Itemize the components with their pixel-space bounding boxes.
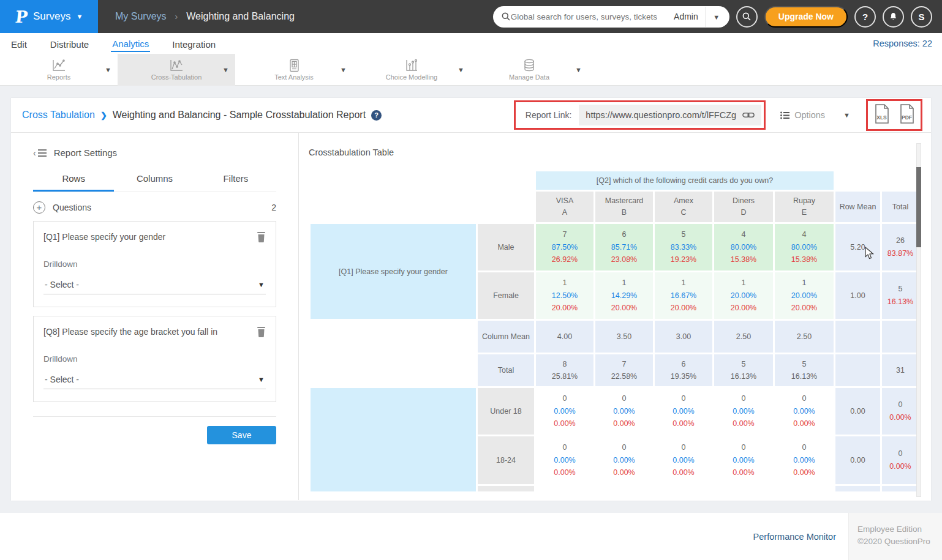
report-link-url[interactable]: https://www.questionpro.com/t/lFFCZg [579, 105, 761, 125]
total-header: Total [882, 192, 919, 222]
chevron-down-icon: ▼ [713, 13, 720, 21]
row-label: Under 18 [478, 388, 534, 435]
table-cell: 480.00%15.38% [714, 224, 773, 271]
report-actions: Report Link: https://www.questionpro.com… [514, 99, 922, 131]
chevron-down-icon[interactable]: ▼ [458, 66, 464, 73]
crosstab-area: Crosstabulation Table [Q2] which of the … [299, 133, 931, 500]
search-icon [742, 12, 752, 21]
menu-analytics[interactable]: Analytics [111, 35, 150, 52]
chevron-down-icon[interactable]: ▼ [105, 66, 111, 73]
report-link-label: Report Link: [518, 110, 579, 120]
report-settings-title: Report Settings [54, 147, 117, 158]
tool-text-analysis[interactable]: Text Analysis ▼ [235, 54, 353, 86]
summary-row-label: Column Mean [478, 321, 534, 353]
drilldown-label: Drilldown [43, 354, 266, 364]
svg-text:XLS: XLS [876, 114, 887, 121]
column-header: RupayE [775, 192, 834, 222]
questionpro-logo-icon: P [14, 7, 29, 26]
column-header: DinersD [714, 192, 773, 222]
menu-distribute[interactable]: Distribute [49, 35, 90, 51]
spacer-cell [835, 171, 919, 190]
table-cell: 00.00%0.00% [655, 388, 712, 435]
search-scope-dropdown[interactable]: ▼ [706, 11, 727, 22]
user-avatar[interactable]: S [911, 6, 932, 28]
global-search: Admin ▼ [493, 6, 729, 28]
tab-rows[interactable]: Rows [33, 173, 114, 192]
line-chart-icon [51, 59, 66, 72]
search-scope-label: Admin [666, 12, 706, 21]
row-mean-cell [835, 321, 880, 353]
spacer-cell [311, 321, 476, 353]
table-cell: 00.00%0.00% [775, 436, 834, 484]
search-submit-button[interactable] [736, 6, 758, 28]
report-breadcrumb: Cross Tabulation ❯ Weighting and Balanci… [22, 110, 382, 121]
tab-filters[interactable]: Filters [195, 173, 276, 192]
table-cell [714, 486, 773, 491]
tool-reports[interactable]: Reports ▼ [0, 54, 118, 86]
export-xls-button[interactable]: XLS [873, 104, 890, 126]
table-cell: 685.71%23.08% [595, 224, 653, 271]
options-dropdown[interactable]: Options ▼ [780, 110, 850, 120]
add-question-button[interactable]: + [33, 201, 45, 214]
summary-cell: 3.50 [595, 321, 653, 353]
export-pdf-button[interactable]: PDF [899, 104, 915, 126]
row-group-label: [Q1] Please specify your gender [311, 224, 476, 319]
report-card: Cross Tabulation ❯ Weighting and Balanci… [11, 98, 931, 501]
table-cell: 116.67%20.00% [655, 272, 712, 319]
breadcrumb-my-surveys[interactable]: My Surveys [115, 11, 167, 22]
delete-question-button[interactable] [257, 327, 266, 340]
crosstab-table-title: Crosstabulation Table [309, 147, 931, 157]
drilldown-select[interactable]: - Select - ▼ [43, 372, 266, 389]
chevron-right-icon: › [175, 12, 178, 21]
performance-monitor-link[interactable]: Performance Monitor [753, 532, 836, 542]
notifications-button[interactable] [883, 6, 904, 28]
database-icon [522, 59, 537, 72]
tool-manage-data[interactable]: Manage Data ▼ [470, 54, 588, 86]
table-cell: 480.00%15.38% [775, 224, 834, 271]
menu-integration[interactable]: Integration [171, 35, 217, 51]
product-name: Surveys [33, 10, 70, 23]
row-label: 18-24 [478, 436, 534, 484]
breadcrumb-survey-name: Weighting and Balancing [186, 11, 295, 22]
upgrade-now-button[interactable]: Upgrade Now [764, 6, 848, 28]
tool-cross-tabulation[interactable]: Cross-Tabulation ▼ [118, 54, 235, 86]
table-cell: 787.50%26.92% [536, 224, 593, 271]
delete-question-button[interactable] [257, 232, 266, 245]
responses-count[interactable]: Responses: 22 [873, 39, 932, 48]
app-switcher[interactable]: P Surveys ▼ [0, 0, 98, 33]
chevron-down-icon[interactable]: ▼ [222, 66, 229, 73]
save-button[interactable]: Save [207, 426, 276, 444]
spacer-cell [311, 354, 476, 386]
summary-cell: 516.13% [775, 354, 834, 386]
question-card-q8: [Q8] Please specify the age bracket you … [33, 316, 276, 402]
total-cell [882, 486, 919, 491]
help-button[interactable]: ? [854, 6, 876, 28]
summary-row-label: Total [478, 354, 534, 386]
search-input[interactable] [511, 12, 666, 21]
edition-label: Employee Edition [857, 523, 942, 536]
drilldown-label: Drilldown [43, 259, 266, 269]
total-cell: 516.13% [882, 272, 919, 319]
scatter-stem-icon [404, 59, 419, 72]
scrollbar-thumb[interactable] [916, 167, 921, 247]
menu-edit[interactable]: Edit [10, 35, 28, 51]
chevron-down-icon[interactable]: ▼ [575, 66, 582, 73]
column-header: MastercardB [595, 192, 653, 222]
table-cell: 00.00%0.00% [655, 436, 712, 484]
summary-cell: 619.35% [655, 354, 712, 386]
list-options-icon [780, 111, 789, 119]
spacer-cell [311, 171, 534, 190]
chevron-down-icon: ▼ [258, 376, 265, 383]
column-group-header: [Q2] which of the following credit cards… [536, 171, 834, 190]
report-header: Cross Tabulation ❯ Weighting and Balanci… [11, 98, 931, 133]
tool-choice-modelling[interactable]: Choice Modelling ▼ [353, 54, 470, 86]
summary-cell: 825.81% [536, 354, 593, 386]
collapse-panel-icon[interactable]: ‹ [33, 148, 47, 158]
row-label: Female [478, 272, 534, 319]
drilldown-select[interactable]: - Select - ▼ [43, 277, 266, 294]
help-icon[interactable]: ? [371, 110, 382, 121]
tab-columns[interactable]: Columns [114, 173, 195, 192]
chevron-down-icon[interactable]: ▼ [340, 66, 347, 73]
cross-tabulation-link[interactable]: Cross Tabulation [22, 110, 95, 121]
report-main: ‹ Report Settings Rows Columns Filters +… [11, 133, 931, 500]
